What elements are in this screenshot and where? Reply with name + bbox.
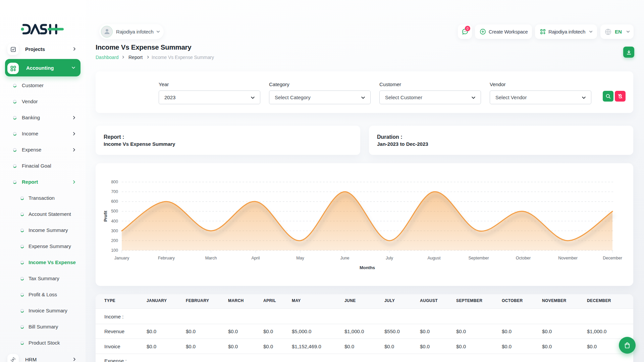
svg-text:800: 800 — [111, 180, 118, 184]
svg-text:March: March — [205, 256, 217, 260]
svg-text:September: September — [468, 256, 489, 260]
svg-text:January: January — [114, 256, 129, 260]
svg-text:700: 700 — [111, 189, 118, 194]
svg-text:February: February — [158, 256, 175, 260]
svg-text:500: 500 — [111, 209, 118, 214]
svg-text:100: 100 — [111, 248, 118, 253]
svg-text:Profit: Profit — [103, 210, 108, 222]
svg-text:November: November — [558, 256, 578, 260]
svg-text:June: June — [340, 256, 349, 260]
svg-text:600: 600 — [111, 199, 118, 204]
svg-text:August: August — [428, 256, 441, 260]
svg-text:400: 400 — [111, 219, 118, 224]
svg-text:December: December — [603, 256, 622, 260]
svg-text:300: 300 — [111, 229, 118, 233]
svg-text:Months: Months — [360, 265, 375, 270]
svg-text:October: October — [516, 256, 531, 260]
svg-text:July: July — [386, 256, 393, 260]
svg-text:April: April — [251, 256, 260, 260]
svg-text:200: 200 — [111, 238, 118, 243]
svg-text:May: May — [296, 256, 304, 260]
